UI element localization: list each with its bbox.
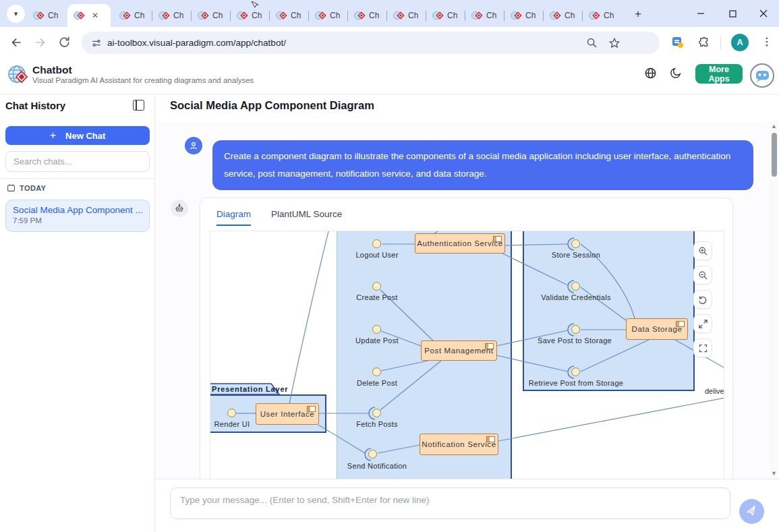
visual-paradigm-logo xyxy=(8,64,30,88)
interface-store-session[interactable] xyxy=(571,239,580,248)
component-authentication-service[interactable]: Authentication Service xyxy=(415,233,505,254)
scrollbar-thumb[interactable] xyxy=(772,133,777,177)
dark-mode-moon-icon[interactable] xyxy=(669,67,682,82)
browser-tab[interactable]: Ch xyxy=(27,4,66,27)
browser-tab[interactable]: Ch xyxy=(309,4,348,27)
expand-button[interactable] xyxy=(693,314,712,333)
visual-paradigm-favicon xyxy=(276,11,286,21)
visual-paradigm-favicon xyxy=(471,11,482,21)
browser-tab[interactable]: Ch xyxy=(192,4,231,27)
visual-paradigm-favicon xyxy=(393,11,403,21)
chat-item-title: Social Media App Component ... xyxy=(13,205,142,215)
visual-paradigm-favicon xyxy=(74,11,84,21)
search-chats-input[interactable] xyxy=(5,151,150,172)
interface-logout-user[interactable] xyxy=(372,239,381,248)
component-user-interface[interactable]: User Interface xyxy=(256,403,319,425)
scroll-up-icon[interactable]: ▲ xyxy=(771,123,777,129)
tab-plantuml-source[interactable]: PlantUML Source xyxy=(271,209,342,226)
interface-send-notification[interactable] xyxy=(368,450,377,459)
sidebar-collapse-icon[interactable] xyxy=(133,100,144,111)
window-close-button[interactable] xyxy=(748,0,779,27)
zoom-level-icon[interactable] xyxy=(586,37,598,49)
browser-tab[interactable]: Ch xyxy=(152,4,192,27)
browser-tab-active[interactable]: ✕ xyxy=(67,4,111,27)
interface-delete-post[interactable] xyxy=(372,367,381,376)
interface-render-ui[interactable] xyxy=(227,409,236,417)
vertical-scrollbar[interactable]: ▲ ▼ xyxy=(770,121,778,479)
interface-save-post-to-storage[interactable] xyxy=(571,325,580,334)
robot-icon xyxy=(174,203,185,214)
zoom-in-button[interactable] xyxy=(693,241,712,260)
message-input[interactable] xyxy=(170,487,730,519)
visual-paradigm-favicon xyxy=(589,11,599,21)
extensions-icon[interactable] xyxy=(698,36,712,50)
browser-menu-icon[interactable] xyxy=(761,36,774,49)
interface-label: Retrieve Post from Storage xyxy=(529,379,623,387)
person-icon xyxy=(188,140,199,151)
browser-tab[interactable]: Ch xyxy=(426,4,465,27)
interface-label: Update Post xyxy=(355,336,399,345)
diagram-zoom-controls xyxy=(693,241,712,357)
chatbot-avatar-icon[interactable] xyxy=(749,63,775,91)
browser-tab[interactable]: Ch xyxy=(583,4,622,27)
scroll-down-icon[interactable]: ▼ xyxy=(771,471,777,477)
browser-tab[interactable]: Ch xyxy=(465,4,504,27)
plus-icon: + xyxy=(50,129,56,142)
browser-tab[interactable]: Ch xyxy=(113,4,152,27)
new-tab-button[interactable]: + xyxy=(630,6,646,22)
tab-diagram[interactable]: Diagram xyxy=(217,209,251,226)
chat-item-time: 7:59 PM xyxy=(13,216,142,225)
interface-fetch-posts[interactable] xyxy=(372,409,381,417)
interface-label: Create Post xyxy=(356,293,397,301)
component-post-management[interactable]: Post Management xyxy=(421,341,497,361)
browser-tab[interactable]: Ch xyxy=(504,4,544,27)
interface-update-post[interactable] xyxy=(372,325,381,334)
paper-plane-icon xyxy=(745,504,759,519)
sidebar-divider xyxy=(0,178,155,179)
user-message-bubble: Create a component diagram to illustrate… xyxy=(212,140,753,190)
component-data-storage[interactable]: Data Storage xyxy=(626,318,688,340)
interface-retrieve-post-from-storage[interactable] xyxy=(571,367,580,376)
tab-search-chevron-icon[interactable]: ▾ xyxy=(7,5,25,23)
visual-paradigm-favicon xyxy=(158,11,169,21)
profile-avatar[interactable]: A xyxy=(731,34,749,51)
chat-history-item[interactable]: Social Media App Component ... 7:59 PM xyxy=(5,200,150,232)
browser-tab[interactable]: Ch xyxy=(270,4,309,27)
tab-close-icon[interactable]: ✕ xyxy=(92,11,98,20)
translate-icon[interactable] xyxy=(672,37,686,51)
interface-label: Fetch Posts xyxy=(356,420,397,428)
language-globe-icon[interactable] xyxy=(644,67,657,82)
component-icon xyxy=(307,406,316,412)
visual-paradigm-favicon xyxy=(237,11,247,21)
interface-validate-credentials[interactable] xyxy=(571,282,580,291)
page-title: Social Media App Component Diagram xyxy=(170,99,374,112)
browser-tab[interactable]: Ch xyxy=(544,4,583,27)
back-icon[interactable] xyxy=(9,36,23,49)
diagram-card: Diagram PlantUML Source Presentation Lay… xyxy=(200,198,733,479)
app-tagline: Visual Paradigm AI Assistant for creatin… xyxy=(32,76,254,84)
app-title: Chatbot xyxy=(32,64,72,76)
forward-icon[interactable] xyxy=(34,36,47,49)
interface-create-post[interactable] xyxy=(372,282,381,291)
window-minimize-button[interactable] xyxy=(685,0,716,27)
url-text: ai-toolbox.visual-paradigm.com/app/chatb… xyxy=(107,38,286,48)
reload-icon[interactable] xyxy=(58,36,71,49)
more-apps-button[interactable]: More Apps xyxy=(695,64,743,84)
reset-view-button[interactable] xyxy=(693,290,712,309)
bookmark-star-icon[interactable] xyxy=(608,37,621,49)
visual-paradigm-favicon xyxy=(432,11,442,21)
tab-label: Ch xyxy=(48,11,58,20)
fullscreen-button[interactable] xyxy=(693,338,712,357)
browser-tab[interactable]: Ch xyxy=(348,4,387,27)
address-bar[interactable]: ai-toolbox.visual-paradigm.com/app/chatb… xyxy=(82,32,660,54)
browser-tab[interactable]: Ch xyxy=(387,4,426,27)
window-maximize-button[interactable] xyxy=(717,0,748,27)
zoom-out-button[interactable] xyxy=(693,266,712,285)
chat-scroll-area: Create a component diagram to illustrate… xyxy=(155,121,770,479)
interface-label: Save Post to Storage xyxy=(538,336,612,345)
site-settings-icon[interactable] xyxy=(91,38,102,49)
new-chat-button[interactable]: + New Chat xyxy=(5,126,150,145)
component-notification-service[interactable]: Notification Service xyxy=(420,434,498,455)
send-button[interactable] xyxy=(739,499,764,524)
diagram-canvas[interactable]: Presentation Layer xyxy=(210,231,724,479)
